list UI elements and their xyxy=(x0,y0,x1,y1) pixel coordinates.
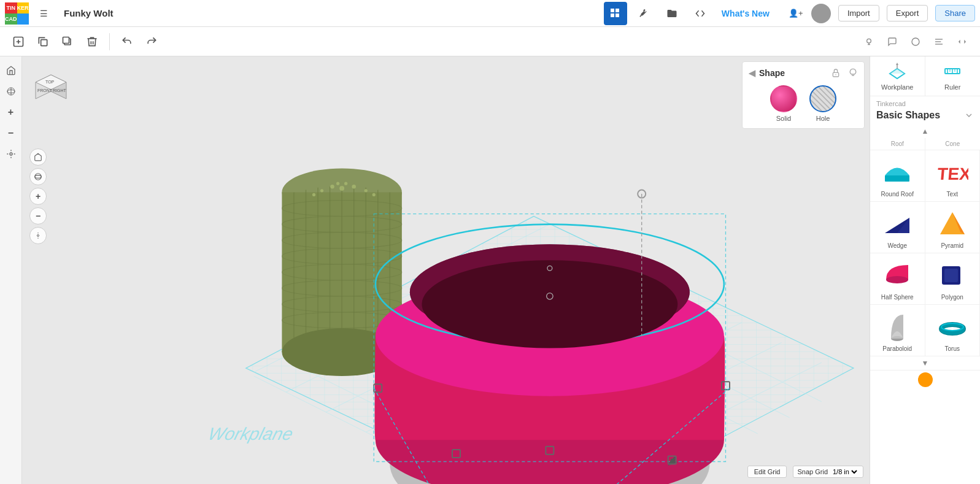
shapes-title-text: Basic Shapes xyxy=(876,110,940,121)
pyramid-icon-area xyxy=(936,208,968,240)
grid-view-btn[interactable] xyxy=(604,2,627,25)
svg-marker-100 xyxy=(896,63,898,65)
copy-btn[interactable] xyxy=(32,31,54,53)
torus-icon-area xyxy=(936,311,968,343)
collapse-shape-icon[interactable]: ◀ xyxy=(749,68,755,78)
partial-shape-item[interactable] xyxy=(870,370,980,388)
partial-shape-icon xyxy=(916,371,935,389)
delete-btn[interactable] xyxy=(81,31,103,53)
left-navigation: + − xyxy=(0,56,22,484)
speech-btn[interactable] xyxy=(882,31,903,52)
home-view-ctrl[interactable] xyxy=(29,148,47,166)
code-btn[interactable] xyxy=(689,2,712,25)
app-title: Funky Wolt xyxy=(64,8,114,18)
undo-icon xyxy=(121,36,133,48)
export-button[interactable]: Export xyxy=(887,5,928,21)
round-roof-icon-area xyxy=(881,156,913,188)
svg-point-64 xyxy=(344,182,347,185)
whats-new-button[interactable]: What's New xyxy=(717,6,774,21)
align-btn[interactable] xyxy=(928,31,949,52)
snap-grid-control: Snap Grid 1/8 in 1/4 in 1/2 in 1 in xyxy=(793,466,863,478)
pyramid-icon xyxy=(937,209,968,239)
delete-icon xyxy=(86,36,98,48)
redo-btn[interactable] xyxy=(141,31,163,53)
orbit-btn[interactable] xyxy=(2,82,20,101)
shape-item-paraboloid[interactable]: Paraboloid xyxy=(870,305,925,356)
solid-color-indicator xyxy=(770,85,797,112)
light-bulb-btn[interactable] xyxy=(858,31,879,52)
flip-btn[interactable] xyxy=(952,31,973,52)
reset-view-ctrl[interactable] xyxy=(29,227,47,244)
scroll-down-btn[interactable]: ▼ xyxy=(870,356,980,370)
scroll-up-btn[interactable]: ▲ xyxy=(870,125,980,138)
orientation-cube[interactable]: FRONT RIGHT TOP xyxy=(29,64,72,107)
fit-view-btn[interactable] xyxy=(2,145,20,163)
profile-area: 👤+ xyxy=(784,2,831,25)
svg-point-59 xyxy=(330,185,334,189)
hole-option[interactable]: Hole xyxy=(809,85,836,122)
shape-item-round-roof[interactable]: Round Roof xyxy=(870,150,925,202)
shape-item-polygon[interactable]: Polygon xyxy=(925,253,981,305)
speech-icon xyxy=(887,37,897,47)
text-label: Text xyxy=(947,191,958,198)
folder-btn[interactable] xyxy=(660,2,684,25)
cone-category-label: Cone xyxy=(925,138,981,150)
undo-btn[interactable] xyxy=(116,31,138,53)
shape-item-pyramid[interactable]: Pyramid xyxy=(925,202,981,253)
svg-rect-10 xyxy=(935,39,943,39)
lightbulb-icon[interactable] xyxy=(848,68,858,78)
ruler-btn[interactable]: Ruler xyxy=(925,56,981,96)
circle-icon xyxy=(911,37,920,47)
svg-point-58 xyxy=(352,185,356,189)
svg-rect-107 xyxy=(885,175,909,182)
tools-btn[interactable] xyxy=(632,2,655,25)
paraboloid-icon-area xyxy=(881,311,913,343)
snap-grid-label: Snap Grid xyxy=(797,468,828,475)
workplane-btn[interactable]: Workplane xyxy=(870,56,925,96)
zoom-in-btn[interactable]: + xyxy=(2,103,20,121)
add-user-btn[interactable]: 👤+ xyxy=(784,2,808,25)
workplane-label: Workplane xyxy=(881,83,913,91)
3d-viewport[interactable]: Workplane xyxy=(22,56,870,484)
orbit-view-ctrl[interactable] xyxy=(29,168,47,185)
svg-text:RIGHT: RIGHT xyxy=(53,88,67,93)
panel-collapse-btn[interactable]: › xyxy=(870,258,870,283)
duplicate-icon xyxy=(61,36,74,48)
svg-text:TEXT: TEXT xyxy=(936,164,968,183)
solid-option[interactable]: Solid xyxy=(770,85,797,122)
edit-grid-btn[interactable]: Edit Grid xyxy=(747,466,787,478)
shape-type-options: Solid Hole xyxy=(749,85,858,122)
polygon-icon-area xyxy=(936,259,968,291)
zoom-in-ctrl[interactable]: + xyxy=(29,188,47,205)
polygon-icon xyxy=(937,260,968,291)
share-button[interactable]: Share xyxy=(935,5,975,21)
toolbar xyxy=(0,27,980,56)
avatar[interactable] xyxy=(811,4,831,23)
folder-icon xyxy=(666,8,677,19)
home-view-btn[interactable] xyxy=(2,61,20,80)
shapes-title: Basic Shapes xyxy=(870,109,980,125)
shape-item-wedge[interactable]: Wedge xyxy=(870,202,925,253)
tools-icon xyxy=(638,8,649,19)
view-controls: + − xyxy=(29,112,47,244)
lock-icon[interactable] xyxy=(831,68,841,78)
shape-item-half-sphere[interactable]: Half Sphere xyxy=(870,253,925,305)
svg-rect-12 xyxy=(935,44,943,44)
circle-btn[interactable] xyxy=(905,31,926,52)
svg-marker-98 xyxy=(890,69,905,74)
svg-point-57 xyxy=(339,186,344,191)
top-navigation-bar: TIN KER CAD ☰ Funky Wolt What's New 👤+ xyxy=(0,0,980,27)
svg-point-120 xyxy=(918,372,933,387)
wedge-icon-area xyxy=(881,208,913,240)
shape-item-text[interactable]: TEXT Text xyxy=(925,150,981,202)
snap-grid-select[interactable]: 1/8 in 1/4 in 1/2 in 1 in xyxy=(830,467,859,476)
shapes-dropdown-icon[interactable] xyxy=(964,110,974,120)
menu-icon-btn[interactable]: ☰ xyxy=(32,2,55,25)
new-design-btn[interactable] xyxy=(7,31,29,53)
zoom-out-btn[interactable]: − xyxy=(2,124,20,142)
duplicate-btn[interactable] xyxy=(56,31,79,53)
svg-text:TOP: TOP xyxy=(45,80,55,84)
shape-item-torus[interactable]: Torus xyxy=(925,305,981,356)
import-button[interactable]: Import xyxy=(838,5,879,21)
zoom-out-ctrl[interactable]: − xyxy=(29,207,47,225)
